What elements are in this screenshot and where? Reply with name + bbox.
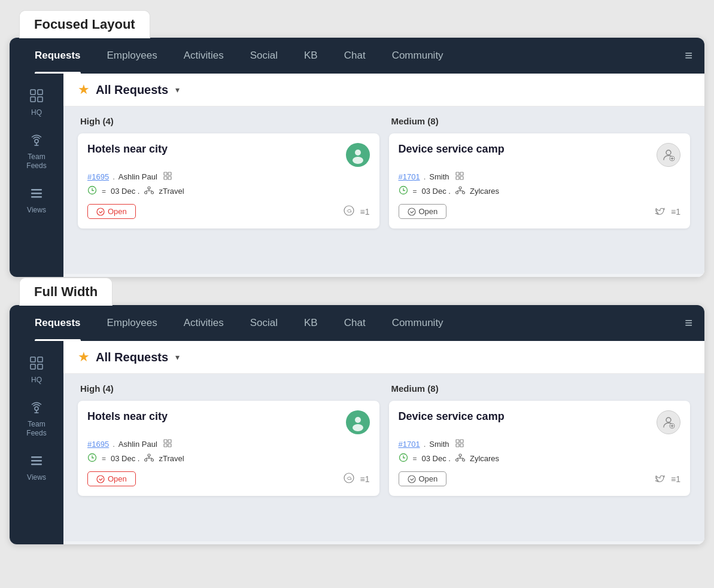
layout-tab[interactable]: Full Width: [19, 278, 113, 306]
nav-item-community[interactable]: Community: [379, 38, 457, 74]
dropdown-arrow[interactable]: ▾: [175, 85, 180, 95]
layout-tab[interactable]: Focused Layout: [19, 10, 150, 38]
ticket-info: =03 Dec . Zylcares: [399, 453, 681, 464]
ticket-footer: Open ≡1: [399, 204, 681, 219]
grid-icon: [163, 439, 172, 449]
footer-icons: ≡1: [654, 473, 680, 486]
sidebar-item-teamfeeds[interactable]: TeamFeeds: [13, 395, 60, 443]
ticket-card: Hotels near city #1695. Ashlin Paul =03 …: [78, 133, 379, 229]
nav-item-kb[interactable]: KB: [291, 305, 331, 341]
eq-icon: =: [413, 187, 417, 196]
list-icon[interactable]: ≡1: [671, 474, 680, 484]
svg-rect-15: [168, 176, 171, 179]
avatar-placeholder: [657, 143, 680, 167]
requests-title: All Requests: [96, 83, 168, 97]
svg-rect-62: [168, 444, 171, 447]
ticket-title: Device service camp: [399, 143, 505, 156]
column-header: High (4): [78, 116, 379, 126]
sidebar-item-views[interactable]: Views: [13, 448, 60, 488]
svg-rect-33: [460, 172, 463, 175]
open-button[interactable]: Open: [399, 204, 447, 219]
open-button[interactable]: Open: [87, 471, 136, 486]
whatsapp-icon[interactable]: [344, 473, 354, 486]
ticket-footer: Open ≡1: [87, 471, 370, 486]
svg-rect-9: [31, 196, 42, 198]
content-area: ★All Requests▾High (4)Hotels near city #…: [63, 74, 704, 277]
sidebar-item-label: HQ: [31, 108, 42, 117]
svg-rect-49: [31, 364, 35, 369]
nav-item-chat[interactable]: Chat: [331, 305, 379, 341]
sidebar-item-hq[interactable]: HQ: [13, 351, 60, 390]
list-icon[interactable]: ≡1: [671, 207, 680, 217]
nav-item-social[interactable]: Social: [237, 305, 291, 341]
svg-rect-59: [164, 440, 167, 443]
nav-item-employees[interactable]: Employees: [94, 305, 171, 341]
content-area: ★All Requests▾High (4)Hotels near city #…: [63, 341, 704, 544]
nav-item-requests[interactable]: Requests: [22, 38, 94, 74]
svg-point-68: [151, 459, 154, 461]
svg-point-74: [344, 473, 354, 483]
svg-rect-56: [31, 464, 42, 465]
list-icon[interactable]: ≡1: [360, 207, 370, 217]
columns-area: High (4)Hotels near city #1695. Ashlin P…: [63, 374, 704, 541]
ticket-id: #1695: [87, 172, 109, 181]
sidebar-item-hq[interactable]: HQ: [13, 83, 60, 123]
avatar-placeholder: [657, 410, 680, 434]
nav-item-employees[interactable]: Employees: [94, 38, 171, 74]
ticket-footer: Open ≡1: [87, 204, 370, 219]
ticket-meta: #1701. Smith: [399, 439, 681, 449]
column-1: Medium (8)Device service camp #1701. Smi…: [384, 116, 695, 264]
clock-icon: [87, 185, 97, 197]
avatar: [346, 410, 370, 434]
svg-rect-34: [456, 176, 459, 179]
nav-item-kb[interactable]: KB: [291, 38, 331, 74]
svg-point-46: [408, 208, 415, 215]
eq-icon: =: [102, 187, 106, 196]
sidebar: HQ TeamFeeds Views: [10, 341, 63, 544]
nav-item-community[interactable]: Community: [379, 305, 457, 341]
svg-rect-32: [456, 172, 459, 175]
ticket-date: 03 Dec .: [111, 454, 139, 463]
sidebar-item-label: Views: [27, 473, 46, 482]
nav-item-activities[interactable]: Activities: [171, 305, 237, 341]
menu-icon[interactable]: ≡: [685, 48, 692, 63]
sidebar-item-views[interactable]: Views: [13, 181, 60, 220]
nav-item-activities[interactable]: Activities: [171, 38, 237, 74]
grid-icon: [455, 172, 464, 182]
ticket-info: =03 Dec . zTravel: [87, 453, 370, 464]
twitter-icon[interactable]: [654, 205, 665, 218]
ticket-assignee: Smith: [429, 440, 449, 449]
sidebar-item-teamfeeds[interactable]: TeamFeeds: [13, 127, 60, 176]
nav-item-requests[interactable]: Requests: [22, 305, 94, 341]
main-area: HQ TeamFeeds Views★All Requests▾High (4)…: [10, 341, 704, 544]
twitter-icon[interactable]: [654, 473, 665, 486]
svg-point-39: [459, 187, 461, 189]
nav-bar: RequestsEmployeesActivitiesSocialKBChatC…: [10, 305, 704, 341]
whatsapp-icon[interactable]: [344, 205, 354, 218]
nav-item-social[interactable]: Social: [237, 38, 291, 74]
svg-rect-60: [168, 440, 171, 443]
svg-point-57: [355, 417, 361, 423]
sidebar-item-label: TeamFeeds: [26, 420, 46, 437]
svg-rect-2: [31, 97, 35, 102]
list-icon[interactable]: ≡1: [360, 474, 370, 484]
ticket-org: zTravel: [159, 454, 184, 463]
open-button[interactable]: Open: [87, 204, 136, 219]
nav-item-chat[interactable]: Chat: [331, 38, 379, 74]
ticket-id: #1695: [87, 440, 109, 449]
ticket-card: Hotels near city #1695. Ashlin Paul =03 …: [78, 401, 379, 496]
ticket-id: #1701: [399, 440, 420, 449]
svg-point-26: [97, 208, 104, 215]
dropdown-arrow[interactable]: ▾: [175, 352, 180, 362]
ticket-meta: #1695. Ashlin Paul: [87, 439, 370, 449]
svg-point-93: [408, 476, 415, 483]
svg-point-40: [455, 191, 458, 194]
meta-dot: .: [113, 172, 115, 181]
open-button[interactable]: Open: [399, 471, 447, 486]
sidebar-icon-0: [30, 357, 43, 373]
meta-dot: .: [113, 440, 115, 449]
svg-rect-50: [38, 364, 42, 369]
menu-icon[interactable]: ≡: [685, 315, 692, 331]
clock-icon: [87, 453, 97, 464]
ticket-date: 03 Dec .: [111, 187, 139, 196]
